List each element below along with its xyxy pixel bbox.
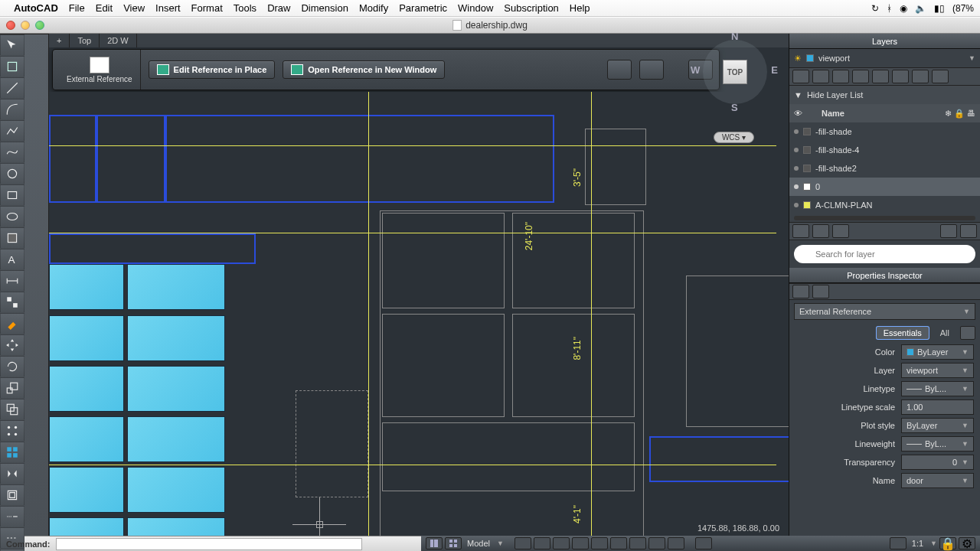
ref-tool-1[interactable] <box>607 60 632 80</box>
sb-ortho[interactable] <box>553 537 570 549</box>
ref-tool-3[interactable] <box>688 60 713 80</box>
edit-reference-in-place-button[interactable]: Edit Reference in Place <box>149 60 276 79</box>
tool-array[interactable] <box>0 420 24 442</box>
layer-state-6[interactable] <box>892 70 909 83</box>
layer-opts[interactable] <box>960 224 977 238</box>
menu-view[interactable]: View <box>123 2 145 14</box>
layer-state-8[interactable] <box>932 70 949 83</box>
layer-item-0[interactable]: -fill-shade <box>789 122 980 141</box>
scale-button[interactable]: 1:1 <box>909 539 926 548</box>
tab-all[interactable]: All <box>933 326 957 340</box>
tool-offset[interactable] <box>0 484 24 506</box>
sb-monitor[interactable] <box>695 537 712 549</box>
viewcube-top[interactable]: TOP <box>723 60 747 84</box>
prop-linetype[interactable]: ByL...▼ <box>901 381 974 396</box>
tool-line[interactable] <box>0 77 24 99</box>
tool-rotate[interactable] <box>0 356 24 377</box>
tool-ellipse[interactable] <box>0 206 24 227</box>
layer-state-4[interactable] <box>852 70 869 83</box>
menu-edit[interactable]: Edit <box>96 2 113 14</box>
tool-paint[interactable] <box>0 313 24 334</box>
sb-otrack[interactable] <box>610 537 627 549</box>
current-layer-row[interactable]: ☀ viewport ▼ <box>789 49 980 67</box>
wifi-icon[interactable]: ◉ <box>900 3 907 14</box>
sb-snap[interactable] <box>514 537 531 549</box>
sb-osnap[interactable] <box>591 537 608 549</box>
tab-2dw[interactable]: 2D W <box>100 34 137 47</box>
tool-scale[interactable] <box>0 377 24 399</box>
ref-tool-2[interactable] <box>639 60 664 80</box>
menu-modify[interactable]: Modify <box>359 2 388 14</box>
layer-item-4[interactable]: A-CLMN-PLAN <box>789 196 980 214</box>
tool-move[interactable] <box>0 334 24 356</box>
layer-item-3[interactable]: 0 <box>789 178 980 196</box>
open-reference-new-window-button[interactable]: Open Reference in New Window <box>283 60 445 79</box>
sb-gear[interactable]: ⚙ <box>959 537 975 549</box>
layer-state-2[interactable] <box>812 70 829 83</box>
prop-transparency[interactable]: 0▼ <box>901 455 974 470</box>
layer-item-1[interactable]: -fill-shade-4 <box>789 141 980 159</box>
tab-top[interactable]: Top <box>70 34 100 47</box>
sb-polar[interactable] <box>572 537 589 549</box>
tab-add[interactable]: + <box>49 34 70 47</box>
layer-del[interactable] <box>940 224 957 238</box>
layer-state-7[interactable] <box>912 70 929 83</box>
tool-trim[interactable] <box>0 506 24 527</box>
volume-icon[interactable]: 🔈 <box>915 3 926 14</box>
minimize-button[interactable] <box>21 21 30 30</box>
tool-block[interactable] <box>0 292 24 313</box>
menu-dimension[interactable]: Dimension <box>301 2 348 14</box>
sb-cursor[interactable] <box>890 537 906 549</box>
layer-state-1[interactable] <box>792 70 809 83</box>
menu-parametric[interactable]: Parametric <box>399 2 447 14</box>
menu-file[interactable]: File <box>69 2 85 14</box>
props-mode-2[interactable] <box>812 285 829 298</box>
layer-state-5[interactable] <box>872 70 889 83</box>
menu-format[interactable]: Format <box>191 2 223 14</box>
prop-plotstyle[interactable]: ByLayer▼ <box>901 418 974 433</box>
menu-draw[interactable]: Draw <box>267 2 290 14</box>
tool-select[interactable] <box>0 56 24 77</box>
app-name[interactable]: AutoCAD <box>14 2 58 14</box>
sb-gridmode[interactable] <box>534 537 550 549</box>
tool-dimension[interactable] <box>0 270 24 292</box>
menu-help[interactable]: Help <box>570 2 590 14</box>
model-button[interactable]: Model <box>464 539 493 548</box>
tool-grid[interactable] <box>0 442 24 463</box>
prop-layer[interactable]: viewport▼ <box>901 363 974 378</box>
tool-hatch[interactable] <box>0 227 24 249</box>
tool-copy[interactable] <box>0 399 24 420</box>
layer-search-input[interactable] <box>794 245 975 263</box>
tab-essentials[interactable]: Essentials <box>876 326 929 340</box>
prop-name[interactable]: door▼ <box>901 473 974 488</box>
tool-text[interactable]: A <box>0 249 24 270</box>
props-dropper[interactable] <box>960 326 975 340</box>
tool-cursor[interactable] <box>0 34 24 56</box>
drawing-area[interactable]: + Top 2D W External Reference Edit Refer… <box>49 34 789 536</box>
menu-window[interactable]: Window <box>458 2 493 14</box>
layer-new[interactable] <box>792 224 809 238</box>
sync-icon[interactable]: ↻ <box>871 3 879 14</box>
layer-folder[interactable] <box>832 224 849 238</box>
layer-column-header[interactable]: 👁 Name ❄ 🔒 🖶 <box>789 104 980 122</box>
prop-color[interactable]: ByLayer▼ <box>901 344 974 360</box>
props-mode-1[interactable] <box>792 285 809 298</box>
tool-rectangle[interactable] <box>0 184 24 206</box>
command-input[interactable] <box>56 538 362 550</box>
sb-layout[interactable] <box>426 537 443 549</box>
menu-tools[interactable]: Tools <box>234 2 256 14</box>
prop-ltscale[interactable]: 1.00 <box>901 399 974 415</box>
tool-polyline[interactable] <box>0 120 24 142</box>
sb-lwt[interactable] <box>648 537 665 549</box>
sb-lock[interactable]: 🔒 <box>939 537 956 549</box>
menu-insert[interactable]: Insert <box>155 2 181 14</box>
close-button[interactable] <box>6 21 15 30</box>
layer-list-toggle[interactable]: ▼ Hide Layer List <box>789 86 980 104</box>
wcs-badge[interactable]: WCS ▾ <box>714 132 754 143</box>
layer-item-2[interactable]: -fill-shade2 <box>789 159 980 178</box>
layer-state-3[interactable] <box>832 70 849 83</box>
layer-scrollbar[interactable] <box>794 216 975 220</box>
layer-open[interactable] <box>812 224 829 238</box>
sb-grid[interactable] <box>445 537 462 549</box>
prop-lineweight[interactable]: ByL...▼ <box>901 436 974 452</box>
